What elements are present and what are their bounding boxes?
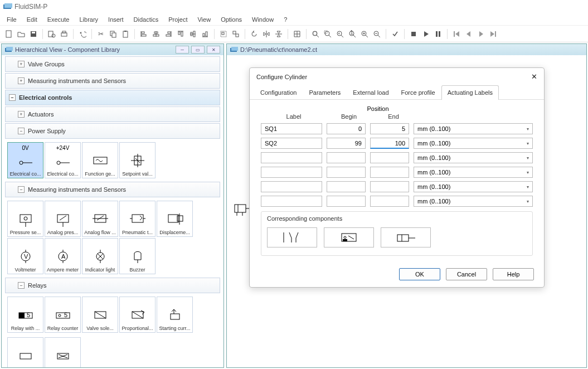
flip-h-icon[interactable] [261, 28, 272, 40]
ungroup-icon[interactable] [230, 28, 241, 40]
tree-relays[interactable]: −Relays [5, 278, 220, 293]
menu-insert[interactable]: Insert [104, 15, 128, 24]
unit-select[interactable]: mm (0..100)▾ [414, 167, 533, 178]
label-input[interactable] [261, 123, 322, 134]
panel-close-icon[interactable]: ✕ [207, 46, 220, 54]
begin-input[interactable] [327, 167, 366, 178]
open-icon[interactable] [16, 28, 27, 40]
menu-execute[interactable]: Execute [43, 15, 74, 24]
menu-project[interactable]: Project [164, 15, 192, 24]
unit-select[interactable]: mm (0..100)▾ [414, 181, 533, 192]
comp-relay-counter[interactable]: 5Relay counter [45, 297, 81, 333]
unit-select[interactable]: mm (0..100)▾ [414, 123, 533, 134]
comp-proportional[interactable]: Proportional... [119, 297, 155, 333]
begin-input[interactable] [327, 181, 366, 192]
print-icon[interactable] [59, 28, 70, 40]
comp-setpoint[interactable]: Setpoint val... [119, 142, 155, 178]
comp-relay-with[interactable]: 5Relay with ... [7, 297, 43, 333]
cancel-button[interactable]: Cancel [446, 268, 487, 280]
end-input[interactable] [370, 123, 409, 134]
align-right-icon[interactable] [163, 28, 174, 40]
align-bottom-icon[interactable] [200, 28, 211, 40]
end-input[interactable] [370, 181, 409, 192]
begin-input[interactable] [327, 138, 366, 149]
comp-function-gen[interactable]: Function ge... [82, 142, 118, 178]
flip-v-icon[interactable] [273, 28, 284, 40]
label-input[interactable] [261, 138, 322, 149]
step-back-icon[interactable] [463, 28, 474, 40]
menu-window[interactable]: Window [247, 15, 278, 24]
end-input[interactable] [370, 196, 409, 207]
tree-valve-groups[interactable]: +Valve Groups [5, 56, 220, 72]
group-icon[interactable] [218, 28, 229, 40]
comp-ampere-meter[interactable]: AAmpere meter [45, 238, 81, 274]
comp-voltmeter[interactable]: VVoltmeter [7, 238, 43, 274]
check-icon[interactable] [390, 28, 401, 40]
begin-input[interactable] [327, 123, 366, 134]
copy-icon[interactable] [108, 28, 119, 40]
skip-start-icon[interactable] [451, 28, 462, 40]
tree-electrical-controls[interactable]: −Electrical controls [5, 90, 220, 105]
end-input[interactable] [370, 152, 409, 163]
help-button[interactable]: Help [493, 268, 534, 280]
menu-help[interactable]: ? [279, 15, 291, 24]
play-icon[interactable] [420, 28, 431, 40]
label-input[interactable] [261, 167, 322, 178]
comp-analog-flow[interactable]: Analog flow ... [82, 201, 118, 237]
comp-pressure-sensor[interactable]: Pressure se... [7, 201, 43, 237]
grid-icon[interactable] [291, 28, 303, 40]
unit-select[interactable]: mm (0..100)▾ [414, 152, 533, 163]
tab-actuating-labels[interactable]: Actuating Labels [441, 85, 499, 100]
menu-edit[interactable]: Edit [22, 15, 42, 24]
comp-extra-1[interactable] [7, 337, 43, 367]
menu-didactics[interactable]: Didactics [129, 15, 163, 24]
tree-actuators[interactable]: +Actuators [5, 106, 220, 122]
corr-switch[interactable] [267, 227, 317, 247]
paste-icon[interactable] [120, 28, 131, 40]
dialog-close-icon[interactable]: ✕ [531, 72, 537, 81]
unit-select[interactable]: mm (0..100)▾ [414, 196, 533, 207]
begin-input[interactable] [327, 152, 366, 163]
comp-starting-curr[interactable]: Starting curr... [157, 297, 193, 333]
panel-min-icon[interactable]: ─ [176, 46, 189, 54]
label-input[interactable] [261, 181, 322, 192]
menu-library[interactable]: Library [75, 15, 103, 24]
zoom-100-icon[interactable]: 1 [347, 28, 358, 40]
comp-analog-pres[interactable]: Analog pres... [45, 201, 81, 237]
cut-icon[interactable]: ✂ [95, 28, 106, 40]
zoom-in-icon[interactable] [359, 28, 370, 40]
align-left-icon[interactable] [138, 28, 149, 40]
tab-force-profile[interactable]: Force profile [395, 85, 441, 99]
zoom-fit-icon[interactable] [310, 28, 321, 40]
tree-meas-inst2[interactable]: −Measuring instruments and Sensors [5, 182, 220, 197]
preview-icon[interactable] [46, 28, 57, 40]
tab-parameters[interactable]: Parameters [303, 85, 347, 99]
align-center-h-icon[interactable] [150, 28, 162, 40]
comp-0v[interactable]: 0V Electrical co... [7, 142, 43, 178]
menu-options[interactable]: Options [216, 15, 246, 24]
new-icon[interactable] [3, 28, 14, 40]
skip-end-icon[interactable] [488, 28, 499, 40]
zoom-out-icon[interactable] [371, 28, 382, 40]
stop-icon[interactable] [408, 28, 419, 40]
tab-external-load[interactable]: External load [347, 85, 395, 99]
comp-pneumatic-t[interactable]: Pneumatic t... [119, 201, 155, 237]
label-input[interactable] [261, 196, 322, 207]
step-forward-icon[interactable] [475, 28, 487, 40]
comp-valve-sole[interactable]: Valve sole... [82, 297, 118, 333]
end-input[interactable] [370, 138, 409, 149]
ok-button[interactable]: OK [399, 268, 440, 280]
canvas[interactable]: Configure Cylinder ✕ Configuration Param… [227, 55, 586, 367]
tree-power-supply[interactable]: −Power Supply [5, 123, 220, 139]
comp-displacement[interactable]: Displaceme... [157, 201, 193, 237]
corr-cylinder[interactable] [381, 227, 431, 247]
tree-meas-inst[interactable]: +Measuring instruments and Sensors [5, 73, 220, 89]
undo-icon[interactable] [77, 28, 88, 40]
unit-select[interactable]: mm (0..100)▾ [414, 138, 533, 149]
label-input[interactable] [261, 152, 322, 163]
zoom-prev-icon[interactable] [334, 28, 346, 40]
end-input[interactable] [370, 167, 409, 178]
zoom-region-icon[interactable] [322, 28, 333, 40]
comp-indicator-light[interactable]: Indicator light [82, 238, 118, 274]
save-icon[interactable] [28, 28, 39, 40]
